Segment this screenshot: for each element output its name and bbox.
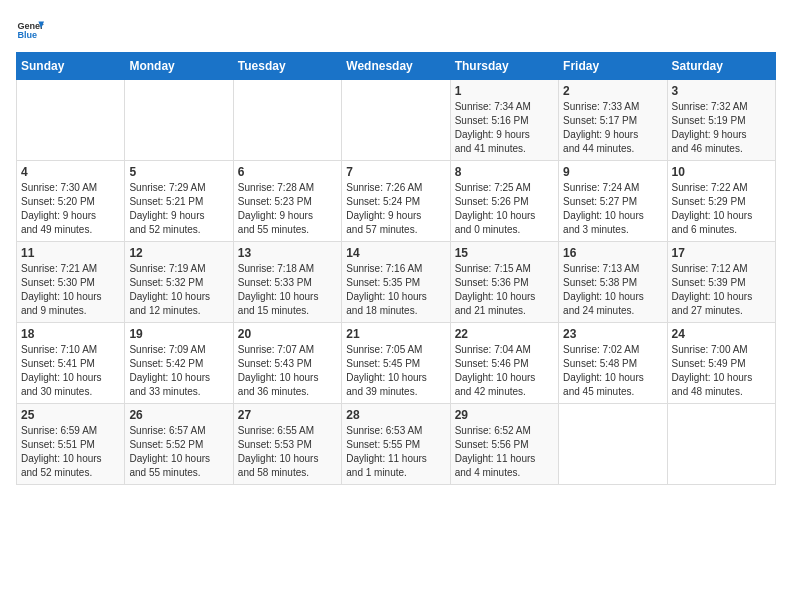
- calendar-cell: 8Sunrise: 7:25 AM Sunset: 5:26 PM Daylig…: [450, 161, 558, 242]
- week-row-4: 18Sunrise: 7:10 AM Sunset: 5:41 PM Dayli…: [17, 323, 776, 404]
- day-info: Sunrise: 7:05 AM Sunset: 5:45 PM Dayligh…: [346, 343, 445, 399]
- day-number: 22: [455, 327, 554, 341]
- week-row-3: 11Sunrise: 7:21 AM Sunset: 5:30 PM Dayli…: [17, 242, 776, 323]
- day-info: Sunrise: 7:09 AM Sunset: 5:42 PM Dayligh…: [129, 343, 228, 399]
- day-info: Sunrise: 6:52 AM Sunset: 5:56 PM Dayligh…: [455, 424, 554, 480]
- col-header-saturday: Saturday: [667, 53, 775, 80]
- day-number: 20: [238, 327, 337, 341]
- day-info: Sunrise: 7:12 AM Sunset: 5:39 PM Dayligh…: [672, 262, 771, 318]
- day-number: 9: [563, 165, 662, 179]
- week-row-5: 25Sunrise: 6:59 AM Sunset: 5:51 PM Dayli…: [17, 404, 776, 485]
- day-info: Sunrise: 6:55 AM Sunset: 5:53 PM Dayligh…: [238, 424, 337, 480]
- day-number: 12: [129, 246, 228, 260]
- calendar-cell: 13Sunrise: 7:18 AM Sunset: 5:33 PM Dayli…: [233, 242, 341, 323]
- col-header-tuesday: Tuesday: [233, 53, 341, 80]
- calendar-cell: 21Sunrise: 7:05 AM Sunset: 5:45 PM Dayli…: [342, 323, 450, 404]
- calendar-cell: 22Sunrise: 7:04 AM Sunset: 5:46 PM Dayli…: [450, 323, 558, 404]
- day-number: 6: [238, 165, 337, 179]
- day-info: Sunrise: 6:53 AM Sunset: 5:55 PM Dayligh…: [346, 424, 445, 480]
- day-info: Sunrise: 7:02 AM Sunset: 5:48 PM Dayligh…: [563, 343, 662, 399]
- calendar-cell: 4Sunrise: 7:30 AM Sunset: 5:20 PM Daylig…: [17, 161, 125, 242]
- calendar-cell: 1Sunrise: 7:34 AM Sunset: 5:16 PM Daylig…: [450, 80, 558, 161]
- day-number: 24: [672, 327, 771, 341]
- calendar-cell: [559, 404, 667, 485]
- day-info: Sunrise: 6:59 AM Sunset: 5:51 PM Dayligh…: [21, 424, 120, 480]
- calendar-cell: [17, 80, 125, 161]
- day-number: 14: [346, 246, 445, 260]
- calendar-cell: 7Sunrise: 7:26 AM Sunset: 5:24 PM Daylig…: [342, 161, 450, 242]
- day-number: 5: [129, 165, 228, 179]
- day-number: 15: [455, 246, 554, 260]
- day-info: Sunrise: 7:28 AM Sunset: 5:23 PM Dayligh…: [238, 181, 337, 237]
- day-number: 10: [672, 165, 771, 179]
- calendar-cell: 16Sunrise: 7:13 AM Sunset: 5:38 PM Dayli…: [559, 242, 667, 323]
- calendar-cell: 9Sunrise: 7:24 AM Sunset: 5:27 PM Daylig…: [559, 161, 667, 242]
- day-number: 29: [455, 408, 554, 422]
- day-number: 16: [563, 246, 662, 260]
- calendar-cell: 14Sunrise: 7:16 AM Sunset: 5:35 PM Dayli…: [342, 242, 450, 323]
- day-info: Sunrise: 6:57 AM Sunset: 5:52 PM Dayligh…: [129, 424, 228, 480]
- day-info: Sunrise: 7:34 AM Sunset: 5:16 PM Dayligh…: [455, 100, 554, 156]
- day-number: 13: [238, 246, 337, 260]
- calendar-cell: 6Sunrise: 7:28 AM Sunset: 5:23 PM Daylig…: [233, 161, 341, 242]
- day-number: 21: [346, 327, 445, 341]
- day-info: Sunrise: 7:04 AM Sunset: 5:46 PM Dayligh…: [455, 343, 554, 399]
- day-info: Sunrise: 7:26 AM Sunset: 5:24 PM Dayligh…: [346, 181, 445, 237]
- day-info: Sunrise: 7:33 AM Sunset: 5:17 PM Dayligh…: [563, 100, 662, 156]
- col-header-friday: Friday: [559, 53, 667, 80]
- calendar-cell: 28Sunrise: 6:53 AM Sunset: 5:55 PM Dayli…: [342, 404, 450, 485]
- svg-text:Blue: Blue: [17, 30, 37, 40]
- calendar-table: SundayMondayTuesdayWednesdayThursdayFrid…: [16, 52, 776, 485]
- calendar-cell: [667, 404, 775, 485]
- calendar-cell: [233, 80, 341, 161]
- calendar-cell: 25Sunrise: 6:59 AM Sunset: 5:51 PM Dayli…: [17, 404, 125, 485]
- day-number: 2: [563, 84, 662, 98]
- day-info: Sunrise: 7:13 AM Sunset: 5:38 PM Dayligh…: [563, 262, 662, 318]
- calendar-header: SundayMondayTuesdayWednesdayThursdayFrid…: [17, 53, 776, 80]
- calendar-cell: 20Sunrise: 7:07 AM Sunset: 5:43 PM Dayli…: [233, 323, 341, 404]
- day-number: 25: [21, 408, 120, 422]
- day-number: 26: [129, 408, 228, 422]
- logo: General Blue: [16, 16, 44, 44]
- calendar-cell: 11Sunrise: 7:21 AM Sunset: 5:30 PM Dayli…: [17, 242, 125, 323]
- col-header-thursday: Thursday: [450, 53, 558, 80]
- day-info: Sunrise: 7:07 AM Sunset: 5:43 PM Dayligh…: [238, 343, 337, 399]
- calendar-cell: 12Sunrise: 7:19 AM Sunset: 5:32 PM Dayli…: [125, 242, 233, 323]
- day-info: Sunrise: 7:29 AM Sunset: 5:21 PM Dayligh…: [129, 181, 228, 237]
- week-row-1: 1Sunrise: 7:34 AM Sunset: 5:16 PM Daylig…: [17, 80, 776, 161]
- day-number: 7: [346, 165, 445, 179]
- day-number: 11: [21, 246, 120, 260]
- calendar-cell: 18Sunrise: 7:10 AM Sunset: 5:41 PM Dayli…: [17, 323, 125, 404]
- day-info: Sunrise: 7:00 AM Sunset: 5:49 PM Dayligh…: [672, 343, 771, 399]
- day-info: Sunrise: 7:25 AM Sunset: 5:26 PM Dayligh…: [455, 181, 554, 237]
- calendar-cell: 10Sunrise: 7:22 AM Sunset: 5:29 PM Dayli…: [667, 161, 775, 242]
- calendar-cell: 2Sunrise: 7:33 AM Sunset: 5:17 PM Daylig…: [559, 80, 667, 161]
- day-number: 4: [21, 165, 120, 179]
- day-number: 8: [455, 165, 554, 179]
- day-number: 19: [129, 327, 228, 341]
- logo-icon: General Blue: [16, 16, 44, 44]
- col-header-monday: Monday: [125, 53, 233, 80]
- week-row-2: 4Sunrise: 7:30 AM Sunset: 5:20 PM Daylig…: [17, 161, 776, 242]
- day-number: 27: [238, 408, 337, 422]
- day-info: Sunrise: 7:16 AM Sunset: 5:35 PM Dayligh…: [346, 262, 445, 318]
- day-info: Sunrise: 7:10 AM Sunset: 5:41 PM Dayligh…: [21, 343, 120, 399]
- calendar-cell: 27Sunrise: 6:55 AM Sunset: 5:53 PM Dayli…: [233, 404, 341, 485]
- day-info: Sunrise: 7:18 AM Sunset: 5:33 PM Dayligh…: [238, 262, 337, 318]
- calendar-cell: 5Sunrise: 7:29 AM Sunset: 5:21 PM Daylig…: [125, 161, 233, 242]
- day-info: Sunrise: 7:24 AM Sunset: 5:27 PM Dayligh…: [563, 181, 662, 237]
- col-header-sunday: Sunday: [17, 53, 125, 80]
- day-info: Sunrise: 7:19 AM Sunset: 5:32 PM Dayligh…: [129, 262, 228, 318]
- calendar-cell: 17Sunrise: 7:12 AM Sunset: 5:39 PM Dayli…: [667, 242, 775, 323]
- calendar-cell: [342, 80, 450, 161]
- day-info: Sunrise: 7:32 AM Sunset: 5:19 PM Dayligh…: [672, 100, 771, 156]
- calendar-cell: [125, 80, 233, 161]
- page-header: General Blue: [16, 16, 776, 44]
- calendar-body: 1Sunrise: 7:34 AM Sunset: 5:16 PM Daylig…: [17, 80, 776, 485]
- day-number: 18: [21, 327, 120, 341]
- day-number: 17: [672, 246, 771, 260]
- calendar-cell: 19Sunrise: 7:09 AM Sunset: 5:42 PM Dayli…: [125, 323, 233, 404]
- day-number: 23: [563, 327, 662, 341]
- day-number: 28: [346, 408, 445, 422]
- calendar-cell: 23Sunrise: 7:02 AM Sunset: 5:48 PM Dayli…: [559, 323, 667, 404]
